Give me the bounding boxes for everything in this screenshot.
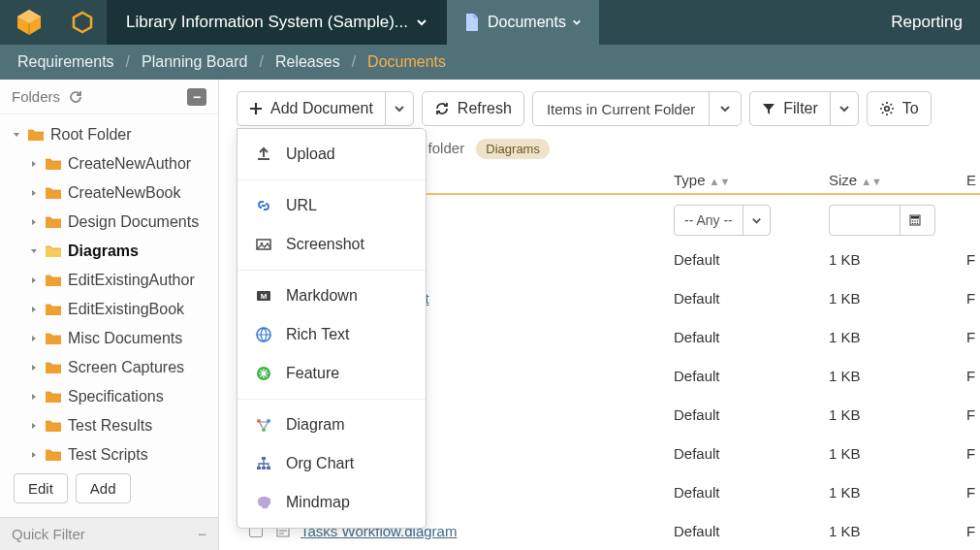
filter-caret[interactable] bbox=[830, 91, 859, 126]
dropdown-item-label: Upload bbox=[286, 146, 335, 163]
add-document-dropdown: UploadURLScreenshotMMarkdownRich TextFea… bbox=[237, 128, 427, 529]
svg-point-9 bbox=[916, 220, 918, 222]
row-e: F bbox=[966, 484, 980, 501]
svg-point-4 bbox=[885, 107, 890, 112]
svg-point-10 bbox=[911, 223, 913, 225]
tree-folder[interactable]: Test Scripts bbox=[0, 440, 218, 464]
dropdown-item-screenshot[interactable]: Screenshot bbox=[237, 225, 426, 264]
column-e[interactable]: E bbox=[966, 172, 980, 188]
size-filter-input[interactable] bbox=[829, 205, 935, 236]
folder-icon bbox=[45, 418, 64, 434]
crumb-planning-board[interactable]: Planning Board bbox=[142, 53, 247, 71]
dropdown-item-mindmap[interactable]: Mindmap bbox=[237, 483, 426, 522]
collapse-quickfilter-button[interactable]: − bbox=[198, 526, 206, 542]
svg-text:M: M bbox=[261, 292, 268, 301]
row-size: 1 KB bbox=[829, 290, 966, 307]
row-e: F bbox=[966, 251, 980, 268]
dropdown-item-url[interactable]: URL bbox=[237, 186, 426, 225]
svg-point-8 bbox=[914, 220, 916, 222]
folder-icon bbox=[45, 447, 64, 463]
dropdown-item-upload[interactable]: Upload bbox=[237, 135, 426, 174]
crumb-requirements[interactable]: Requirements bbox=[17, 53, 114, 71]
tree-folder[interactable]: CreateNewBook bbox=[0, 178, 218, 208]
crumb-releases[interactable]: Releases bbox=[275, 53, 340, 71]
tree-root[interactable]: Root Folder bbox=[0, 120, 218, 149]
tree-folder[interactable]: Screen Captures bbox=[0, 353, 218, 382]
folder-icon bbox=[45, 360, 64, 375]
dropdown-item-rich-text[interactable]: Rich Text bbox=[237, 315, 426, 354]
tab-documents[interactable]: Documents bbox=[447, 0, 599, 45]
add-document-caret[interactable] bbox=[385, 91, 414, 126]
svg-rect-31 bbox=[257, 467, 261, 469]
caret-down-icon bbox=[838, 103, 850, 114]
tree-folder[interactable]: Misc Documents bbox=[0, 324, 218, 353]
edit-folder-button[interactable]: Edit bbox=[14, 473, 68, 503]
filter-button[interactable]: Filter bbox=[749, 91, 830, 126]
twisty-icon bbox=[27, 421, 41, 431]
type-filter-select[interactable]: -- Any -- bbox=[674, 205, 771, 236]
tree-folder[interactable]: Test Results bbox=[0, 411, 218, 440]
folder-icon bbox=[45, 214, 64, 230]
dropdown-item-org-chart[interactable]: Org Chart bbox=[237, 444, 426, 483]
row-type: Default bbox=[674, 368, 829, 384]
size-filter-field[interactable] bbox=[830, 213, 900, 228]
refresh-button[interactable]: Refresh bbox=[422, 91, 524, 126]
tab-reporting[interactable]: Reporting bbox=[873, 0, 980, 45]
tree-folder-label: Test Scripts bbox=[68, 446, 148, 464]
row-type: Default bbox=[674, 445, 829, 462]
column-type[interactable]: Type▲▼ bbox=[674, 172, 829, 188]
row-e: F bbox=[966, 329, 980, 345]
tree-folder[interactable]: Diagrams bbox=[0, 237, 218, 266]
dropdown-item-markdown[interactable]: MMarkdown bbox=[237, 276, 426, 315]
svg-rect-32 bbox=[262, 467, 266, 469]
product-icon[interactable] bbox=[58, 0, 107, 45]
dropdown-item-label: Org Chart bbox=[286, 455, 354, 472]
workspace-selector[interactable]: Library Information System (Sample)... bbox=[107, 0, 447, 45]
tree-folder-label: EditExistingAuthor bbox=[68, 272, 195, 289]
tree-folder-label: Diagrams bbox=[68, 243, 139, 260]
svg-rect-6 bbox=[911, 216, 919, 219]
row-size: 1 KB bbox=[829, 251, 966, 268]
tree-folder[interactable]: CreateNewAuthor bbox=[0, 149, 218, 178]
calculator-icon[interactable] bbox=[900, 206, 929, 235]
screenshot-icon bbox=[253, 236, 274, 253]
svg-point-27 bbox=[257, 419, 261, 423]
twisty-icon bbox=[27, 334, 41, 343]
twisty-icon bbox=[27, 217, 41, 227]
row-e: F bbox=[966, 445, 980, 462]
upload-icon bbox=[253, 146, 274, 163]
filter-icon bbox=[762, 102, 775, 115]
svg-point-11 bbox=[914, 223, 916, 225]
tools-button[interactable]: To bbox=[867, 91, 932, 126]
app-logo[interactable] bbox=[0, 0, 58, 45]
row-size: 1 KB bbox=[829, 484, 966, 501]
column-size[interactable]: Size▲▼ bbox=[829, 172, 966, 188]
sort-icon: ▲▼ bbox=[710, 176, 731, 187]
plus-icon bbox=[249, 102, 263, 115]
svg-rect-33 bbox=[267, 467, 270, 469]
row-size: 1 KB bbox=[829, 329, 966, 345]
quick-filter-label: Quick Filter bbox=[12, 526, 85, 542]
quick-filter-header[interactable]: Quick Filter − bbox=[0, 517, 218, 550]
svg-point-28 bbox=[267, 419, 270, 423]
tree-folder[interactable]: EditExistingAuthor bbox=[0, 266, 218, 295]
twisty-icon bbox=[27, 450, 41, 460]
collapse-sidebar-button[interactable]: − bbox=[187, 88, 206, 106]
tree-folder[interactable]: EditExistingBook bbox=[0, 295, 218, 324]
feature-icon bbox=[253, 365, 274, 382]
document-icon bbox=[464, 14, 480, 31]
tree-folder[interactable]: Design Documents bbox=[0, 208, 218, 237]
breadcrumb: Requirements / Planning Board / Releases… bbox=[0, 45, 980, 80]
dropdown-item-feature[interactable]: Feature bbox=[237, 354, 426, 393]
gear-icon bbox=[879, 101, 895, 116]
add-document-button[interactable]: Add Document bbox=[237, 91, 385, 126]
view-select[interactable]: Items in Current Folder bbox=[532, 91, 742, 126]
tree-folder[interactable]: Specifications bbox=[0, 382, 218, 411]
folder-icon bbox=[45, 389, 64, 404]
dropdown-item-label: Mindmap bbox=[286, 494, 350, 511]
add-folder-button[interactable]: Add bbox=[76, 473, 131, 503]
dropdown-item-diagram[interactable]: Diagram bbox=[237, 405, 426, 444]
caret-down-icon bbox=[394, 103, 405, 114]
caret-down-icon bbox=[572, 17, 582, 27]
refresh-folders-icon[interactable] bbox=[68, 89, 83, 105]
